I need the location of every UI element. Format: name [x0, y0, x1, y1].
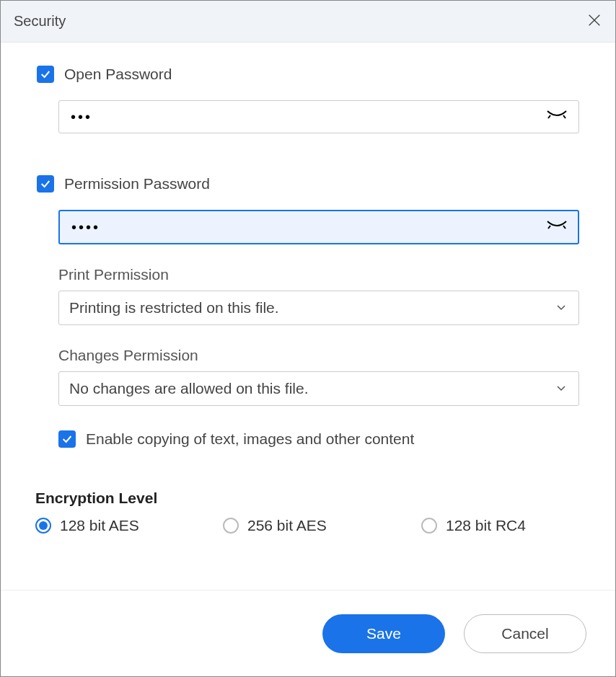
dialog-title: Security: [14, 13, 66, 30]
print-permission-label: Print Permission: [58, 266, 579, 283]
security-dialog: Security Open Password: [0, 0, 616, 677]
dialog-footer: Save Cancel: [1, 590, 615, 676]
dialog-content: Open Password Permission Passwo: [1, 43, 615, 590]
open-password-checkbox[interactable]: [37, 66, 54, 83]
svg-line-4: [548, 226, 550, 229]
encryption-level-title: Encryption Level: [35, 490, 579, 507]
permission-password-label: Permission Password: [64, 175, 210, 193]
radio-label: 128 bit AES: [60, 517, 139, 534]
print-permission-value: Printing is restricted on this file.: [69, 299, 279, 317]
permission-password-input[interactable]: [58, 210, 579, 244]
encryption-radio-128-rc4[interactable]: 128 bit RC4: [421, 517, 579, 534]
print-permission-select[interactable]: Printing is restricted on this file.: [58, 291, 579, 325]
enable-copying-checkbox[interactable]: [58, 430, 76, 448]
radio-icon: [35, 518, 51, 534]
permission-password-section: Permission Password Print Permission Pri…: [37, 175, 579, 448]
close-icon: [586, 12, 602, 28]
svg-line-2: [548, 115, 550, 118]
encryption-radio-group: 128 bit AES 256 bit AES 128 bit RC4: [35, 517, 579, 534]
checkmark-icon: [40, 178, 51, 190]
changes-permission-value: No changes are allowed on this file.: [69, 380, 309, 397]
changes-permission-label: Changes Permission: [58, 347, 579, 364]
encryption-radio-256-aes[interactable]: 256 bit AES: [223, 517, 414, 534]
svg-line-3: [563, 115, 566, 118]
encryption-radio-128-aes[interactable]: 128 bit AES: [35, 517, 216, 534]
save-button[interactable]: Save: [322, 614, 445, 653]
checkmark-icon: [40, 68, 51, 80]
close-button[interactable]: [586, 12, 602, 31]
open-password-label: Open Password: [64, 66, 172, 83]
open-password-toggle-visibility[interactable]: [546, 110, 568, 124]
permission-password-checkbox[interactable]: [37, 175, 54, 193]
changes-permission-select[interactable]: No changes are allowed on this file.: [58, 371, 579, 406]
dialog-titlebar: Security: [1, 1, 615, 43]
radio-label: 256 bit AES: [247, 517, 327, 534]
checkmark-icon: [61, 433, 73, 445]
eye-closed-icon: [546, 110, 568, 121]
enable-copying-label: Enable copying of text, images and other…: [86, 430, 414, 448]
cancel-button[interactable]: Cancel: [464, 614, 586, 653]
open-password-input[interactable]: [58, 100, 579, 133]
radio-icon: [421, 518, 437, 534]
radio-icon: [223, 518, 239, 534]
encryption-level-section: Encryption Level 128 bit AES 256 bit AES…: [35, 490, 579, 534]
radio-label: 128 bit RC4: [446, 517, 526, 534]
open-password-section: Open Password: [37, 66, 579, 133]
permission-password-toggle-visibility[interactable]: [546, 220, 568, 234]
svg-line-5: [563, 226, 566, 229]
eye-closed-icon: [546, 220, 568, 231]
